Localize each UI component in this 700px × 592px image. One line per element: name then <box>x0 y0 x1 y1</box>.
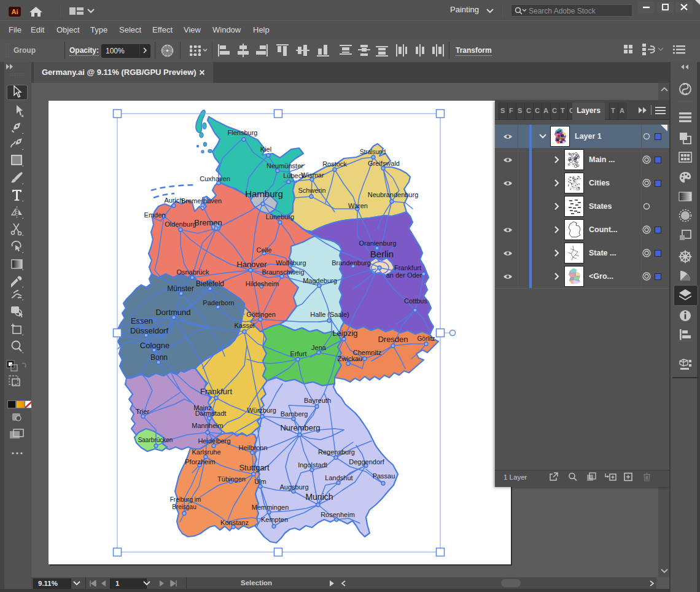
svg-text:Lüneburg: Lüneburg <box>266 213 295 220</box>
svg-text:Bamberg: Bamberg <box>281 410 308 418</box>
svg-text:Pforzheim: Pforzheim <box>185 458 216 465</box>
svg-text:Darmstadt: Darmstadt <box>195 410 227 417</box>
svg-text:Kiel: Kiel <box>260 146 271 153</box>
svg-text:Aurich: Aurich <box>164 197 183 204</box>
svg-text:Halle (Saale): Halle (Saale) <box>310 311 349 318</box>
svg-text:Landshut: Landshut <box>325 474 352 481</box>
svg-text:Waren: Waren <box>348 202 368 209</box>
svg-text:Mannheim: Mannheim <box>192 422 223 429</box>
svg-text:Dortmund: Dortmund <box>155 308 190 317</box>
svg-text:Deggendorf: Deggendorf <box>349 458 384 465</box>
svg-text:Cologne: Cologne <box>140 341 169 350</box>
svg-text:Tübingen: Tübingen <box>217 475 246 483</box>
svg-text:Würzburg: Würzburg <box>247 407 276 414</box>
svg-text:Memmingen: Memmingen <box>252 504 289 511</box>
svg-text:Augsburg: Augsburg <box>279 483 308 491</box>
svg-text:Regensburg: Regensburg <box>318 448 355 456</box>
svg-text:Heilbronn: Heilbronn <box>238 444 267 451</box>
svg-text:Munich: Munich <box>305 492 333 502</box>
svg-text:Leipzig: Leipzig <box>332 329 357 338</box>
svg-text:Frankfurt: Frankfurt <box>394 264 421 271</box>
svg-text:Oranienburg: Oranienburg <box>359 240 396 247</box>
svg-text:Konstanz: Konstanz <box>220 519 249 526</box>
svg-text:Passau: Passau <box>373 472 395 480</box>
svg-text:Hamburg: Hamburg <box>245 189 283 199</box>
svg-text:an der Oder: an der Oder <box>386 271 422 279</box>
svg-text:Chemnitz: Chemnitz <box>353 349 381 356</box>
svg-text:Saarbrücken: Saarbrücken <box>138 437 173 443</box>
svg-text:Oldenburg: Oldenburg <box>165 220 196 228</box>
svg-text:Bayreuth: Bayreuth <box>304 397 331 404</box>
svg-text:Nuremberg: Nuremberg <box>280 423 320 432</box>
svg-text:Emden: Emden <box>144 211 166 219</box>
svg-text:Paderborn: Paderborn <box>203 299 234 306</box>
svg-text:Neubrandenburg: Neubrandenburg <box>368 191 419 198</box>
svg-text:Braunschweig: Braunschweig <box>262 268 304 276</box>
svg-text:Hildesheim: Hildesheim <box>246 280 279 287</box>
svg-text:Wismar: Wismar <box>301 171 324 179</box>
svg-text:Berlin: Berlin <box>370 249 394 259</box>
svg-text:Bielefeld: Bielefeld <box>196 279 224 288</box>
svg-text:Trier: Trier <box>136 408 150 415</box>
svg-text:Flensburg: Flensburg <box>228 129 258 136</box>
svg-text:Neumünster: Neumünster <box>266 162 303 169</box>
svg-text:Bonn: Bonn <box>150 353 168 362</box>
svg-text:Heidelberg: Heidelberg <box>198 437 230 445</box>
svg-text:Karlsruhe: Karlsruhe <box>192 448 220 456</box>
svg-text:Kempten: Kempten <box>261 516 288 523</box>
svg-text:Osnabrück: Osnabrück <box>176 268 209 276</box>
svg-text:Ulm: Ulm <box>254 478 266 485</box>
svg-text:Brandenburg: Brandenburg <box>332 259 371 267</box>
svg-text:Hanover: Hanover <box>236 260 267 269</box>
svg-text:Frankfurt: Frankfurt <box>200 387 232 396</box>
svg-text:Görlitz: Görlitz <box>418 335 435 342</box>
svg-text:Wolfsburg: Wolfsburg <box>276 259 306 267</box>
svg-text:Kassel: Kassel <box>234 322 254 329</box>
svg-text:Dresden: Dresden <box>378 335 408 344</box>
svg-text:Düsseldorf: Düsseldorf <box>130 326 169 335</box>
svg-text:Rosenheim: Rosenheim <box>321 511 355 518</box>
svg-text:Celle: Celle <box>256 246 271 254</box>
svg-text:Schwerin: Schwerin <box>298 187 325 194</box>
svg-text:Jena: Jena <box>311 344 327 351</box>
svg-text:Cuxhaven: Cuxhaven <box>200 175 230 182</box>
svg-text:Breisgau: Breisgau <box>172 504 196 510</box>
svg-text:Magdeburg: Magdeburg <box>303 277 337 284</box>
svg-text:Ingolstadt: Ingolstadt <box>298 461 327 469</box>
svg-text:Cottbus: Cottbus <box>404 297 427 305</box>
svg-text:Göttingen: Göttingen <box>246 311 276 318</box>
svg-text:Stuttgart: Stuttgart <box>239 463 270 472</box>
svg-text:Bremen: Bremen <box>194 218 222 227</box>
svg-text:Bremerhaven: Bremerhaven <box>181 197 222 204</box>
svg-text:Stralsund: Stralsund <box>360 149 386 155</box>
svg-text:Greifswald: Greifswald <box>368 160 400 167</box>
svg-text:Münster: Münster <box>167 284 193 293</box>
svg-text:Essen: Essen <box>131 316 153 325</box>
svg-text:Rostock: Rostock <box>322 160 347 168</box>
svg-text:Freiburg im: Freiburg im <box>170 496 201 503</box>
svg-text:Erfurt: Erfurt <box>290 350 307 357</box>
